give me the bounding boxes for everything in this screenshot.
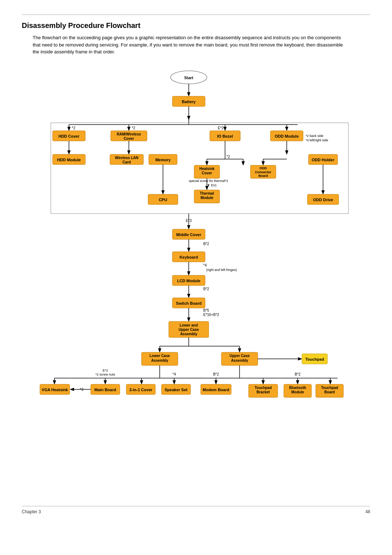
- 3in1-label: 3-in-1 Cover: [129, 388, 152, 392]
- footer: Chapter 3 48: [22, 506, 370, 514]
- tp-bracket-label: Touchpad: [254, 386, 271, 390]
- star4-hinges: *4: [203, 263, 207, 267]
- odd-connector-label3: Board: [258, 174, 268, 178]
- lower-upper-label2: Upper Case: [179, 328, 199, 332]
- footer-right: 48: [366, 509, 370, 514]
- tp-board-label2: Board: [324, 390, 335, 394]
- wireless-label: Wireless LAN: [115, 156, 138, 160]
- star4-3in1: *4: [172, 372, 176, 376]
- upper-case-label: Upper Case: [229, 354, 250, 358]
- lower-upper-label: Lower and: [180, 323, 198, 327]
- e16b2-label: E*16+B*2: [203, 313, 219, 317]
- speaker-label: Speaker Set: [165, 388, 188, 392]
- odd-module-label: ODD Module: [275, 134, 299, 138]
- ex1-label: ▼ Ex1: [207, 183, 217, 187]
- special-screw-note: special screw for thermal*3: [189, 179, 228, 183]
- b2-modem: B*2: [213, 372, 219, 376]
- b2-keyboard: B*2: [203, 242, 209, 246]
- screw-nuts: *2 screw nuts: [95, 373, 115, 376]
- page: Disassembly Procedure Flowchart The flow…: [0, 0, 392, 525]
- wireless-label2: Card: [123, 160, 131, 164]
- heatsink-label: Heatsink: [199, 167, 215, 171]
- note-back: *2 back side: [306, 134, 323, 138]
- bt-label2: Module: [291, 390, 304, 394]
- middle-cover-label: Middle Cover: [176, 232, 201, 237]
- top-border: [22, 15, 370, 15]
- modem-label: Modem Board: [203, 388, 229, 392]
- tp-board-label: Touchpad: [321, 386, 338, 390]
- b2-switch: B*2: [203, 287, 209, 291]
- lower-case-label2: Assembly: [151, 358, 168, 362]
- lower-case-label: Lower Case: [150, 354, 170, 358]
- upper-case-label2: Assembly: [231, 358, 248, 362]
- flowchart: Start Battery *2 *2 E*2: [33, 66, 359, 503]
- note-leftright: *4 left/right side: [306, 138, 328, 142]
- footer-left: Chapter 3: [22, 509, 41, 514]
- b2-bt: B*2: [295, 372, 301, 376]
- keyboard-label: Keyboard: [180, 255, 198, 259]
- hdd-module-label: HDD Module: [57, 158, 81, 162]
- label-star2-heatsink: *2: [226, 155, 230, 159]
- start-label: Start: [184, 76, 193, 80]
- page-title: Disassembly Procedure Flowchart: [22, 21, 370, 30]
- battery-label: Battery: [182, 100, 196, 104]
- lcd-label: LCD Module: [177, 279, 200, 283]
- hdd-cover-label: HDD Cover: [58, 134, 80, 138]
- description: The flowchart on the succeeding page giv…: [33, 34, 345, 56]
- ram-wireless-label2: Cover: [124, 137, 134, 141]
- b5-label: B*5: [203, 308, 209, 312]
- label-e2-io: E*2: [218, 126, 224, 130]
- vga-label: VGA Heatsink: [42, 388, 68, 392]
- switch-board-label: Switch Board: [176, 301, 201, 305]
- thermal-label2: Module: [201, 196, 213, 200]
- odd-drive-label: ODD Drive: [313, 198, 333, 202]
- e2-label: E*2: [103, 369, 108, 372]
- memory-label: Memory: [155, 158, 171, 162]
- main-board-label: Main Board: [94, 388, 116, 392]
- io-bezel-label: IO Bezel: [217, 134, 233, 138]
- lower-upper-label3: Assembly: [180, 332, 197, 336]
- odd-connector-label2: Connector: [255, 170, 271, 174]
- tp-bracket-label2: Bracket: [257, 390, 270, 394]
- heatsink-label2: Cover: [202, 171, 212, 175]
- ram-wireless-label: RAM/Wireless: [117, 132, 141, 136]
- cpu-label: CPU: [159, 198, 167, 202]
- label-star2-ram: *2: [132, 126, 135, 130]
- touchpad-label: Touchpad: [305, 357, 324, 361]
- bt-label: Bluetooth: [289, 386, 306, 390]
- label-star2-hdd: *2: [72, 126, 75, 130]
- odd-holder-label: ODD Holder: [312, 158, 335, 162]
- odd-connector-label: ODD: [260, 166, 267, 170]
- hinges-note: (right and left hinges): [206, 268, 237, 272]
- thermal-label: Thermal: [200, 191, 214, 195]
